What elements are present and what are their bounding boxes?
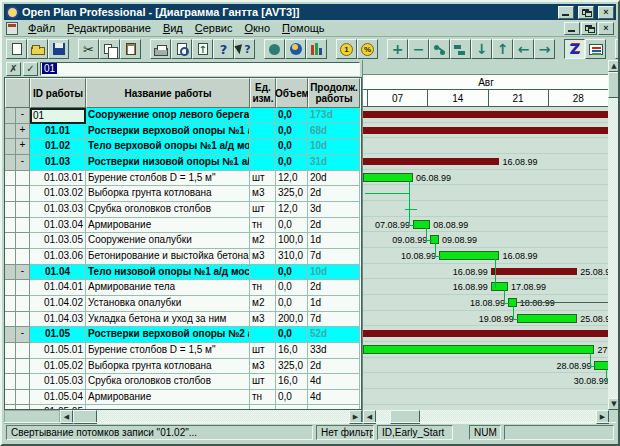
table-row[interactable]: 01.04.02Установка опалубким20,01d xyxy=(5,296,361,312)
table-row[interactable]: 01.03.03Срубка оголовков столбовшт12,03d xyxy=(5,202,361,218)
gantt-bar-summary[interactable] xyxy=(363,127,609,134)
menu-item-2[interactable]: Редактирование xyxy=(61,21,157,35)
context-help-button[interactable] xyxy=(234,39,255,59)
expand-toggle[interactable]: - xyxy=(16,155,30,171)
cell-unit: шт xyxy=(250,374,276,390)
child-close-button[interactable]: × xyxy=(598,22,614,35)
row-margin xyxy=(5,233,16,249)
histogram-view-button[interactable] xyxy=(306,39,327,59)
move-down-button[interactable]: ↓ xyxy=(471,39,492,59)
gantt-bar-task[interactable] xyxy=(491,282,508,291)
menu-item-3[interactable]: Вид xyxy=(157,21,189,35)
move-left-button[interactable]: ← xyxy=(513,39,534,59)
copy-icon xyxy=(104,44,112,54)
gantt-row xyxy=(363,389,609,405)
resource-view-button[interactable] xyxy=(285,39,306,59)
move-up-button[interactable]: ↑ xyxy=(492,39,513,59)
gantt-vscrollbar[interactable]: ▲ ▼ xyxy=(608,60,620,410)
gantt-bar-summary[interactable] xyxy=(363,158,499,165)
expand-toggle[interactable]: - xyxy=(16,327,30,343)
time-analysis-button[interactable] xyxy=(192,39,213,59)
table-row[interactable]: 01.03.02Выборка грунта котлованам3325,02… xyxy=(5,186,361,202)
restore-button[interactable] xyxy=(578,6,594,19)
menu-item-1[interactable]: Файл xyxy=(22,21,61,35)
gantt-bar-summary[interactable] xyxy=(363,330,609,337)
cell-duration: 1d xyxy=(308,233,360,249)
table-row[interactable]: 01.05.03Срубка оголовков столбовшт16,04d xyxy=(5,374,361,390)
table-row[interactable]: 01.05.01Бурение столбов D = 1,5 м"шт16,0… xyxy=(5,343,361,359)
gantt-view-button[interactable] xyxy=(564,39,585,59)
cell-duration: 7d xyxy=(308,312,360,328)
new-file-icon xyxy=(12,43,22,55)
gantt-bar-task[interactable] xyxy=(517,314,577,323)
table-row[interactable]: 01.03.05Сооружение опалубким2100,01d xyxy=(5,233,361,249)
table-row[interactable]: -01.04Тело низовой опоры №1 а/д моста0,0… xyxy=(5,265,361,281)
cell-duration: 31d xyxy=(308,155,360,171)
context-help-icon xyxy=(238,44,250,55)
confirm-edit-button[interactable]: ✓ xyxy=(23,62,38,76)
table-row[interactable]: 01.03.04Армированиетн0,02d xyxy=(5,218,361,234)
print-icon xyxy=(154,48,168,56)
cell-unit: м3 xyxy=(250,249,276,265)
scroll-down-icon[interactable]: ▼ xyxy=(608,398,620,410)
new-file-button[interactable] xyxy=(6,39,27,59)
child-minimize-button[interactable] xyxy=(564,22,580,35)
print-preview-button[interactable] xyxy=(171,39,192,59)
open-subproject-button: ⇲ xyxy=(615,39,620,59)
remove-activity-button[interactable]: − xyxy=(408,39,429,59)
move-left-icon: ← xyxy=(518,42,530,56)
cell-volume: 16,0 xyxy=(276,374,308,390)
time-now-button[interactable]: 1 xyxy=(336,39,357,59)
minimize-button[interactable] xyxy=(558,6,574,19)
move-right-button[interactable]: → xyxy=(534,39,555,59)
gantt-vscroll-thumb[interactable] xyxy=(608,72,620,98)
link-activities-button[interactable] xyxy=(429,39,450,59)
menu-item-6[interactable]: Помощь xyxy=(276,21,331,35)
paste-button[interactable] xyxy=(120,39,141,59)
table-row[interactable]: 01.04.03Укладка бетона и уход за нимм320… xyxy=(5,312,361,328)
table-row[interactable]: 01.03.06Бетонирование и выстойка бетонам… xyxy=(5,249,361,265)
table-row[interactable]: +01.02Тело верховой опоры №1 а/д моста0,… xyxy=(5,139,361,155)
gantt-bar-summary[interactable] xyxy=(363,111,609,118)
gantt-bar-task[interactable] xyxy=(439,251,499,260)
table-row[interactable]: 01.05.02Выборка грунта котлованам3325,02… xyxy=(5,359,361,375)
table-row[interactable]: +01.01Ростверки верховой опоры №1 а/д0,0… xyxy=(5,124,361,140)
percent-complete-button[interactable]: % xyxy=(357,39,378,59)
view-manager-button[interactable] xyxy=(585,39,606,59)
cut-button[interactable] xyxy=(78,39,99,59)
table-row[interactable]: -01.05Ростверки верховой опоры №2 а/д0,0… xyxy=(5,327,361,343)
table-corner-header xyxy=(5,78,30,108)
menu-item-4[interactable]: Сервис xyxy=(189,21,239,35)
gantt-bar-task[interactable] xyxy=(363,173,413,182)
child-restore-button[interactable] xyxy=(581,22,597,35)
cancel-edit-button[interactable]: ✗ xyxy=(6,62,21,76)
gantt-bar-task[interactable] xyxy=(413,220,430,229)
document-icon[interactable] xyxy=(6,22,18,35)
expand-toggle[interactable]: + xyxy=(16,139,30,155)
subproject-bars-button[interactable] xyxy=(450,39,471,59)
expand-toggle[interactable]: - xyxy=(16,265,30,281)
cell-edit-field[interactable]: 01 xyxy=(40,62,360,76)
gantt-bar-task[interactable] xyxy=(363,345,594,354)
table-row[interactable]: -01.03Ростверки низовой опоры №1 а/д м0,… xyxy=(5,155,361,171)
save-button[interactable] xyxy=(48,39,69,59)
help-button[interactable] xyxy=(213,39,234,59)
network-view-button[interactable] xyxy=(264,39,285,59)
gantt-bar-summary[interactable] xyxy=(491,268,577,275)
expand-toggle[interactable]: + xyxy=(16,124,30,140)
bar-date-label: 08.08.99 xyxy=(433,220,468,230)
table-row[interactable]: 01.03.01Бурение столбов D = 1,5 м"шт12,0… xyxy=(5,171,361,187)
add-activity-button[interactable]: + xyxy=(387,39,408,59)
close-button[interactable]: × xyxy=(598,6,614,19)
table-row[interactable]: 01.04.01Армирование телатн0,02d xyxy=(5,280,361,296)
cell-unit: тн xyxy=(250,280,276,296)
table-row[interactable]: 01.05.04Армированиетн0,04d xyxy=(5,390,361,406)
cell-duration: 4d xyxy=(308,390,360,406)
print-button[interactable] xyxy=(150,39,171,59)
expand-toggle[interactable]: - xyxy=(16,108,30,124)
copy-button[interactable] xyxy=(99,39,120,59)
open-file-button[interactable] xyxy=(27,39,48,59)
menu-item-5[interactable]: Окно xyxy=(238,21,276,35)
scroll-up-icon[interactable]: ▲ xyxy=(608,60,620,72)
table-row[interactable]: -01Сооружение опор левого берега0,0173d xyxy=(5,108,361,124)
